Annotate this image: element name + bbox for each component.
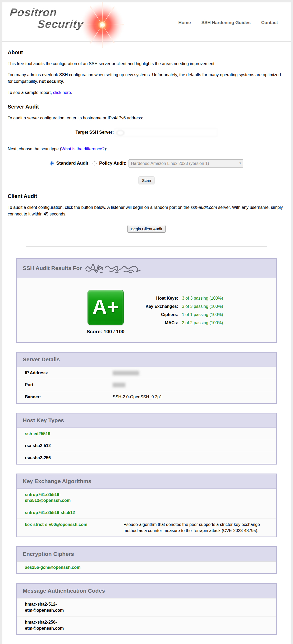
host-key-types-header: Host Key Types	[17, 413, 276, 428]
about-paragraph-1: This free tool audits the configuration …	[8, 60, 285, 67]
key-exchange-header: Key Exchange Algorithms	[17, 474, 276, 489]
host-key-row: rsa-sha2-512	[17, 440, 276, 452]
kex-note-terrapin: Pseudo-algorithm that denotes the peer s…	[102, 522, 276, 534]
sample-report-line: To see a sample report, click here.	[8, 89, 285, 96]
nav-contact[interactable]: Contact	[261, 20, 278, 25]
about-paragraph-2: Too many admins overlook SSH configurati…	[8, 71, 285, 85]
stat-row-macs: MACs: 2 of 2 passing (100%)	[145, 319, 223, 327]
detail-row-banner: Banner: SSH-2.0-OpenSSH_9.2p1	[17, 391, 276, 403]
target-ssh-server-input[interactable]	[115, 128, 217, 137]
scan-type-difference-link[interactable]: What is the difference?	[61, 147, 104, 151]
server-details-header: Server Details	[17, 353, 276, 367]
client-audit-heading: Client Audit	[8, 193, 285, 199]
target-ssh-server-label: Target SSH Server:	[76, 130, 114, 135]
nav-home[interactable]: Home	[178, 20, 191, 25]
redacted-port-value	[113, 383, 125, 387]
grade-badge: A+	[88, 290, 124, 325]
about-heading: About	[8, 49, 285, 56]
ssh-audit-results-panel: SSH Audit Results For A+ S	[16, 258, 277, 343]
macs-panel: Message Authentication Codes hmac-sha2-5…	[16, 583, 277, 635]
stat-row-key-exchanges: Key Exchanges: 3 of 3 passing (100%)	[145, 302, 223, 310]
stat-row-host-keys: Host Keys: 3 of 3 passing (100%)	[145, 294, 223, 302]
redacted-ip-value	[113, 371, 139, 375]
site-header: Positron Security	[2, 2, 291, 42]
policy-audit-radio[interactable]	[93, 161, 97, 165]
mac-row: hmac-sha2-256-etm@openssh.com	[17, 616, 276, 634]
standard-audit-radio[interactable]	[50, 161, 54, 165]
banner-value: SSH-2.0-OpenSSH_9.2p1	[113, 394, 162, 400]
nav-ssh-hardening-guides[interactable]: SSH Hardening Guides	[202, 20, 251, 25]
results-stats: Host Keys: 3 of 3 passing (100%) Key Exc…	[145, 290, 223, 335]
cipher-row: aes256-gcm@openssh.com	[17, 561, 276, 573]
kex-row: sntrup761x25519-sha512	[17, 507, 276, 519]
not-security-bold: not security	[39, 79, 63, 84]
redacted-hostname-scribble	[84, 263, 144, 274]
host-key-row: rsa-sha2-256	[17, 452, 276, 464]
mac-row: hmac-sha2-512-etm@openssh.com	[17, 598, 276, 616]
main-container: Positron Security	[2, 2, 291, 644]
detail-row-port: Port:	[17, 379, 276, 391]
kex-row: kex-strict-s-v00@openssh.com Pseudo-algo…	[17, 519, 276, 537]
kex-row: sntrup761x25519-sha512@openssh.com	[17, 489, 276, 507]
policy-audit-label: Policy Audit:	[99, 161, 126, 166]
grade-letter: A+	[92, 297, 118, 317]
section-divider	[26, 246, 267, 246]
ssh-audit-domain-italic: ssh-audit.com	[191, 205, 217, 210]
begin-client-audit-button[interactable]: Begin Client Audit	[127, 225, 166, 233]
scan-type-radio-row: Standard Audit Policy Audit: Hardened Am…	[8, 159, 285, 168]
policy-select[interactable]: Hardened Amazon Linux 2023 (version 1)	[129, 159, 243, 168]
macs-header: Message Authentication Codes	[17, 584, 276, 598]
encryption-ciphers-panel: Encryption Ciphers aes256-gcm@openssh.co…	[16, 546, 277, 574]
standard-audit-label: Standard Audit	[56, 161, 88, 166]
main-nav: Home SSH Hardening Guides Contact	[178, 20, 278, 25]
stat-row-ciphers: Ciphers: 1 of 1 passing (100%)	[145, 310, 223, 319]
host-key-row: ssh-ed25519	[17, 428, 276, 440]
server-audit-instruction: To audit a server configuration, enter i…	[8, 115, 285, 121]
detail-row-ip: IP Address:	[17, 367, 276, 379]
results-title: SSH Audit Results For	[23, 265, 82, 271]
target-server-row: Target SSH Server:	[8, 128, 285, 137]
positron-security-logo[interactable]: Positron Security	[10, 7, 123, 39]
key-exchange-panel: Key Exchange Algorithms sntrup761x25519-…	[16, 474, 277, 537]
scan-type-line: Next, choose the scan type (What is the …	[8, 146, 285, 152]
results-body: A+ Score: 100 / 100 Host Keys: 3 of 3 pa…	[17, 278, 276, 342]
results-panel-header: SSH Audit Results For	[17, 259, 276, 278]
client-audit-paragraph: To audit a client configuration, click t…	[8, 204, 285, 218]
scan-button[interactable]: Scan	[139, 177, 154, 184]
server-audit-heading: Server Audit	[8, 104, 285, 110]
score-text: Score: 100 / 100	[86, 329, 125, 335]
logo-text-line2: Security	[37, 19, 124, 30]
logo-text-line1: Positron	[9, 7, 124, 18]
sample-report-link[interactable]: click here	[53, 90, 71, 95]
host-key-types-panel: Host Key Types ssh-ed25519 rsa-sha2-512 …	[16, 413, 277, 465]
encryption-ciphers-header: Encryption Ciphers	[17, 547, 276, 561]
server-details-panel: Server Details IP Address: Port: Banner:…	[16, 352, 277, 404]
